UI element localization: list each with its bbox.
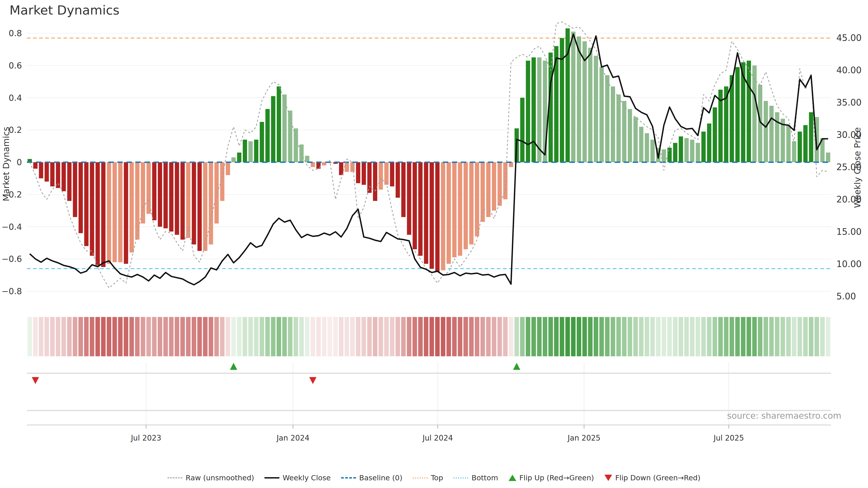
- heatmap-cell: [186, 317, 191, 356]
- x-tick-label: Jul 2025: [713, 433, 744, 442]
- legend-label: Flip Up (Red→Green): [520, 474, 594, 482]
- heatmap-cell: [237, 317, 241, 356]
- baseline-legend-swatch: [341, 477, 356, 479]
- heatmap-cell: [622, 317, 627, 356]
- heatmap-cell: [220, 317, 224, 356]
- heatmap-cell: [724, 317, 728, 356]
- heatmap-cell: [412, 317, 417, 356]
- heatmap-cell: [475, 317, 479, 356]
- dynamics-bar: [458, 162, 462, 256]
- dynamics-bar: [702, 131, 706, 162]
- y-right-tick-label: 35.00: [836, 97, 862, 107]
- dynamics-bar: [113, 162, 117, 262]
- heatmap-cell: [112, 317, 117, 356]
- heatmap-cell: [350, 317, 355, 356]
- dynamics-bar: [684, 138, 689, 162]
- heatmap-cell: [498, 317, 502, 356]
- dynamics-bar: [769, 106, 774, 162]
- y-right-tick-label: 10.00: [836, 259, 862, 269]
- heatmap-cell: [209, 317, 213, 356]
- dynamics-bar: [668, 148, 672, 162]
- heatmap-cell: [628, 317, 632, 356]
- source-attribution: source: sharemaestro.com: [727, 411, 841, 421]
- dynamics-bar: [339, 162, 343, 175]
- heatmap-cell: [712, 317, 717, 356]
- heatmap-cell: [633, 317, 638, 356]
- heatmap-cell: [163, 317, 168, 356]
- heatmap-cell: [299, 317, 304, 356]
- heatmap-cell: [469, 317, 473, 356]
- heatmap-cell: [424, 317, 428, 356]
- heatmap-cell: [231, 317, 236, 356]
- heatmap-cell: [407, 317, 411, 356]
- heatmap-cell: [792, 317, 796, 356]
- dynamics-bar: [526, 61, 530, 162]
- flip_down-legend-swatch: [604, 475, 612, 481]
- y-left-tick-label: −0.8: [2, 287, 22, 296]
- heatmap-cell: [695, 317, 700, 356]
- heatmap-cell: [203, 317, 208, 356]
- heatmap-cell: [333, 317, 338, 356]
- dynamics-bar: [124, 162, 128, 264]
- dynamics-bar: [305, 156, 309, 162]
- dynamics-bar: [316, 162, 321, 169]
- top-legend-swatch: [413, 477, 428, 479]
- dynamics-bar: [447, 162, 451, 264]
- x-tick-label: Jul 2024: [422, 433, 453, 442]
- dynamics-bar: [628, 109, 632, 162]
- dynamics-bar: [39, 162, 43, 178]
- heatmap-cell: [786, 317, 791, 356]
- dynamics-bar: [254, 140, 258, 162]
- heatmap-cell: [780, 317, 785, 356]
- heatmap-cell: [44, 317, 49, 356]
- heatmap-cell: [662, 317, 666, 356]
- heatmap-cell: [141, 317, 145, 356]
- dynamics-bar: [271, 96, 275, 162]
- y-right-tick-label: 15.00: [836, 227, 862, 237]
- heatmap-cell: [367, 317, 372, 356]
- heatmap-cell: [197, 317, 202, 356]
- heatmap-cell: [61, 317, 66, 356]
- heatmap-cell: [520, 317, 525, 356]
- y-right-tick-label: 5.00: [836, 291, 856, 301]
- heatmap-cell: [169, 317, 174, 356]
- dynamics-bar: [226, 162, 230, 175]
- dynamics-bar: [192, 162, 196, 245]
- dynamics-bar: [107, 162, 111, 264]
- legend-item-flip_down: Flip Down (Green→Red): [604, 474, 701, 482]
- heatmap-cell: [577, 317, 581, 356]
- dynamics-bar: [650, 140, 655, 162]
- heatmap-cell: [582, 317, 587, 356]
- heatmap-cell: [390, 317, 395, 356]
- heatmap-cell: [775, 317, 779, 356]
- y-left-tick-label: 0.6: [8, 61, 22, 70]
- dynamics-bar: [441, 162, 445, 270]
- heatmap-cell: [690, 317, 694, 356]
- dynamics-bar: [401, 162, 405, 217]
- momentum-heatmap-strip: [28, 317, 831, 356]
- heatmap-cell: [509, 317, 513, 356]
- legend-label: Flip Down (Green→Red): [615, 474, 701, 482]
- flip_up-legend-swatch: [508, 475, 516, 481]
- heatmap-cell: [101, 317, 105, 356]
- heatmap-cell: [435, 317, 440, 356]
- heatmap-cell: [543, 317, 547, 356]
- dynamics-bar: [764, 101, 768, 162]
- heatmap-cell: [362, 317, 366, 356]
- dynamics-bar: [50, 162, 55, 186]
- heatmap-cell: [260, 317, 264, 356]
- heatmap-cell: [50, 317, 55, 356]
- dynamics-bar: [430, 162, 434, 269]
- heatmap-cell: [180, 317, 185, 356]
- dynamics-bar: [622, 101, 626, 162]
- dynamics-bar: [509, 162, 513, 167]
- dynamics-bar: [577, 36, 581, 162]
- heatmap-cell: [503, 317, 508, 356]
- heatmap-cell: [667, 317, 672, 356]
- dynamics-bar: [152, 162, 156, 220]
- heatmap-cell: [28, 317, 32, 356]
- dynamics-bar: [673, 143, 677, 162]
- heatmap-cell: [560, 317, 564, 356]
- heatmap-cell: [814, 317, 819, 356]
- legend-label: Raw (unsmoothed): [186, 474, 254, 482]
